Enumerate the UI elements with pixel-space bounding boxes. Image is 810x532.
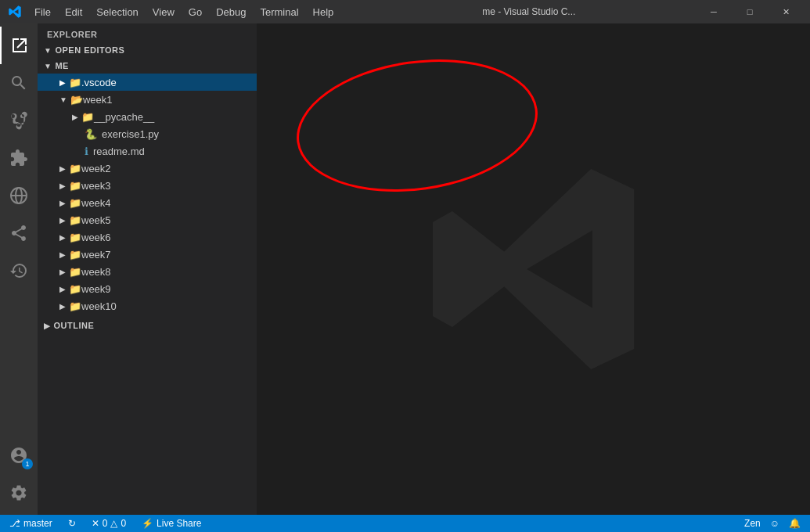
week4-folder-icon: 📁 (69, 197, 81, 209)
activity-extensions[interactable] (0, 139, 38, 177)
outline-chevron: ▶ (44, 322, 51, 330)
tree-item-week6[interactable]: ▶ 📁 week6 (38, 228, 257, 246)
week10-label: week10 (81, 300, 117, 312)
open-editors-label: OPEN EDITORS (55, 45, 124, 55)
week3-folder-icon: 📁 (69, 180, 81, 192)
exercise1-label: exercise1.py (102, 128, 159, 140)
zen-mode-status[interactable]: Zen (741, 515, 764, 532)
open-editors-chevron: ▼ (44, 46, 52, 55)
live-share-icon: ⚡ (142, 518, 153, 529)
week5-folder-icon: 📁 (69, 214, 81, 226)
week7-label: week7 (81, 249, 111, 261)
sync-icon: ↻ (68, 518, 76, 529)
warning-icon: △ (110, 518, 117, 529)
week7-chevron: ▶ (59, 250, 66, 259)
branch-name: master (23, 518, 52, 529)
tree-item-week10[interactable]: ▶ 📁 week10 (38, 297, 257, 315)
smiley-icon: ☺ (770, 518, 779, 529)
tree-item-week1[interactable]: ▼ 📂 week1 (38, 91, 257, 108)
close-button[interactable]: ✕ (768, 0, 804, 23)
week5-chevron: ▶ (59, 216, 66, 225)
menu-go[interactable]: Go (182, 5, 208, 20)
error-icon: ✕ (92, 518, 99, 529)
tree-item-readme[interactable]: ℹ readme.md (38, 142, 257, 160)
sidebar: EXPLORER ▼ OPEN EDITORS ▼ ME ▶ 📁 .vscode… (38, 23, 257, 515)
tree-item-exercise1[interactable]: 🐍 exercise1.py (38, 125, 257, 142)
week8-label: week8 (81, 266, 111, 278)
menu-selection[interactable]: Selection (90, 5, 144, 20)
activity-explorer[interactable] (0, 27, 38, 64)
errors-status[interactable]: ✕ 0 △ 0 (88, 515, 129, 532)
window-title: me - Visual Studio C... (362, 6, 697, 17)
activity-source-control[interactable] (0, 102, 38, 139)
pycache-folder-icon: 📁 (81, 111, 94, 123)
feedback-status[interactable]: ☺ (767, 515, 783, 532)
notifications-status[interactable]: 🔔 (786, 515, 804, 532)
tree-item-week8[interactable]: ▶ 📁 week8 (38, 263, 257, 280)
week8-chevron: ▶ (59, 268, 66, 276)
branch-icon: ⎇ (9, 518, 20, 529)
week6-chevron: ▶ (59, 233, 66, 242)
vscode-folder-icon: 📁 (69, 77, 81, 88)
week1-folder-icon: 📂 (70, 94, 83, 106)
week2-folder-icon: 📁 (69, 163, 81, 174)
warnings-count: 0 (121, 518, 126, 529)
activity-live-share[interactable] (0, 214, 38, 252)
week9-chevron: ▶ (59, 285, 66, 293)
week3-label: week3 (81, 180, 111, 192)
sync-status[interactable]: ↻ (65, 515, 79, 532)
activity-timeline[interactable] (0, 252, 38, 289)
vscode-watermark (416, 152, 651, 386)
week6-label: week6 (81, 232, 111, 243)
pycache-label: __pycache__ (94, 111, 154, 123)
activity-search[interactable] (0, 64, 38, 102)
bell-icon: 🔔 (789, 518, 801, 529)
zen-label: Zen (744, 518, 761, 529)
status-right: Zen ☺ 🔔 (741, 515, 804, 532)
minimize-button[interactable]: ─ (696, 0, 732, 23)
menu-view[interactable]: View (146, 5, 181, 20)
week9-folder-icon: 📁 (69, 283, 81, 295)
week9-label: week9 (81, 283, 111, 295)
week1-label: week1 (83, 94, 113, 106)
menu-terminal[interactable]: Terminal (254, 5, 304, 20)
week4-label: week4 (81, 197, 111, 209)
tree-item-week2[interactable]: ▶ 📁 week2 (38, 160, 257, 177)
live-share-status[interactable]: ⚡ Live Share (139, 515, 204, 532)
titlebar: File Edit Selection View Go Debug Termin… (0, 0, 810, 23)
week2-chevron: ▶ (59, 164, 66, 173)
tree-item-vscode[interactable]: ▶ 📁 .vscode (38, 74, 257, 91)
statusbar: ⎇ master ↻ ✕ 0 △ 0 ⚡ Live Share Zen ☺ 🔔 (0, 515, 810, 532)
tree-item-week3[interactable]: ▶ 📁 week3 (38, 177, 257, 194)
me-section[interactable]: ▼ ME (38, 58, 257, 74)
open-editors-section[interactable]: ▼ OPEN EDITORS (38, 42, 257, 58)
tree-item-week5[interactable]: ▶ 📁 week5 (38, 211, 257, 228)
restore-button[interactable]: □ (732, 0, 768, 23)
errors-count: 0 (103, 518, 108, 529)
main-content: 1 EXPLORER ▼ OPEN EDITORS ▼ ME ▶ 📁 .vsco… (0, 23, 810, 515)
week5-label: week5 (81, 214, 111, 226)
activity-settings[interactable] (0, 474, 38, 512)
me-label: ME (55, 61, 69, 70)
week6-folder-icon: 📁 (69, 232, 81, 243)
menu-help[interactable]: Help (307, 5, 340, 20)
accounts-badge: 1 (22, 458, 33, 469)
menu-edit[interactable]: Edit (59, 5, 88, 20)
readme-label: readme.md (93, 146, 145, 157)
tree-item-week9[interactable]: ▶ 📁 week9 (38, 280, 257, 297)
menu-file[interactable]: File (28, 5, 57, 20)
me-chevron: ▼ (44, 62, 52, 70)
menu-debug[interactable]: Debug (210, 5, 252, 20)
week10-chevron: ▶ (59, 302, 66, 311)
outline-section[interactable]: ▶ OUTLINE (38, 318, 257, 333)
tree-item-week7[interactable]: ▶ 📁 week7 (38, 246, 257, 263)
live-share-label: Live Share (157, 518, 201, 529)
menu-bar: File Edit Selection View Go Debug Termin… (28, 5, 362, 20)
tree-item-week4[interactable]: ▶ 📁 week4 (38, 194, 257, 211)
window-controls: ─ □ ✕ (696, 0, 804, 23)
app-logo (6, 3, 23, 20)
branch-status[interactable]: ⎇ master (6, 515, 56, 532)
activity-accounts[interactable]: 1 (0, 437, 38, 474)
activity-remote-explorer[interactable] (0, 177, 38, 214)
tree-item-pycache[interactable]: ▶ 📁 __pycache__ (38, 108, 257, 125)
